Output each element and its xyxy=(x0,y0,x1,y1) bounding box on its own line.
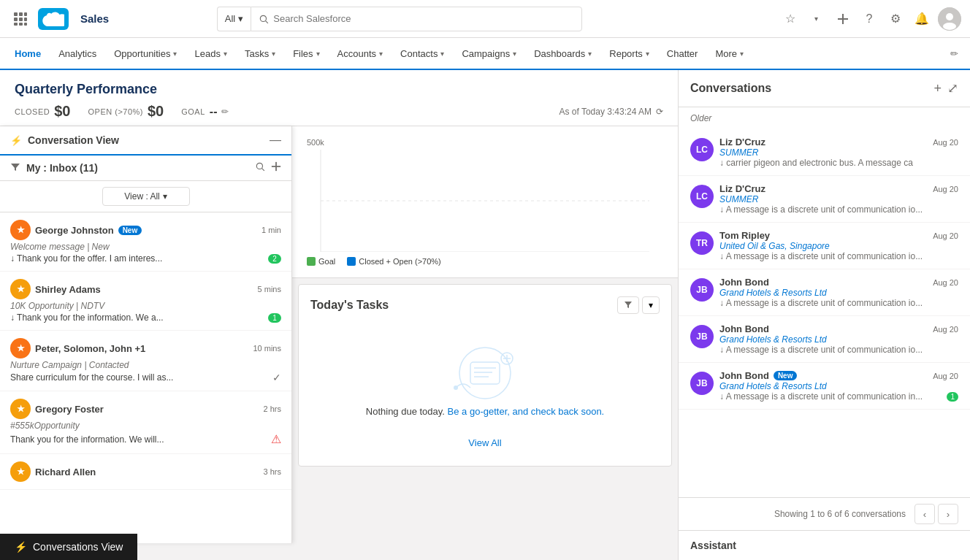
right-conv-prev-button[interactable]: ‹ xyxy=(914,504,935,524)
help-icon[interactable]: ? xyxy=(859,9,879,29)
nav-edit-button[interactable]: ✏ xyxy=(944,38,964,69)
refresh-icon[interactable]: ⟳ xyxy=(656,107,663,117)
right-conv-expand-button[interactable]: ⤢ xyxy=(947,80,958,96)
nav-contacts-label: Contacts xyxy=(400,48,438,59)
conv-count: 2 xyxy=(268,254,281,264)
conv-item[interactable]: ★ Shirley Adams 5 mins 10K Opportunity |… xyxy=(0,272,291,331)
svg-point-16 xyxy=(256,163,262,169)
nav-tasks-label: Tasks xyxy=(245,48,269,59)
svg-rect-8 xyxy=(24,23,27,26)
inbox-search-button[interactable] xyxy=(255,161,265,174)
settings-icon[interactable]: ⚙ xyxy=(885,9,906,29)
bottom-conversations-bar[interactable]: ⚡ Conversations View xyxy=(0,534,137,560)
notifications-icon[interactable]: 🔔 xyxy=(912,9,932,29)
view-selector: View : All ▾ xyxy=(0,181,291,212)
nav-item-accounts[interactable]: Accounts ▾ xyxy=(329,38,392,70)
conv-time: 2 hrs xyxy=(264,404,281,413)
right-conv-sub: Grand Hotels & Resorts Ltd xyxy=(719,334,958,345)
svg-point-15 xyxy=(943,23,956,30)
right-conv-item[interactable]: JB John Bond New Aug 20 Grand Hotels & R… xyxy=(679,363,970,410)
campaigns-chevron: ▾ xyxy=(513,50,516,58)
right-conv-item[interactable]: JB John Bond Aug 20 Grand Hotels & Resor… xyxy=(679,316,970,363)
nav-item-home[interactable]: Home xyxy=(6,38,50,70)
nav-item-more[interactable]: More ▾ xyxy=(706,38,752,70)
nav-item-leads[interactable]: Leads ▾ xyxy=(186,38,235,70)
right-conv-sub: Grand Hotels & Resorts Ltd xyxy=(719,381,958,391)
favorites-icon[interactable]: ☆ xyxy=(780,9,801,29)
nav-item-contacts[interactable]: Contacts ▾ xyxy=(392,38,453,70)
right-conv-date: Aug 20 xyxy=(933,185,958,193)
right-conv-avatar: JB xyxy=(690,325,714,348)
tasks-sort-button[interactable]: ▾ xyxy=(642,296,660,314)
right-conv-list: LC Liz D'Cruz Aug 20 SUMMER ↓ carrier pi… xyxy=(679,129,970,497)
conv-item[interactable]: ★ Peter, Solomon, John +1 10 mins Nurtur… xyxy=(0,331,291,391)
right-conv-footer: Showing 1 to 6 of 6 conversations ‹ › xyxy=(679,497,970,530)
goal-stat: GOAL -- ✏ xyxy=(181,105,229,118)
main-content: Quarterly Performance CLOSED $0 OPEN (>7… xyxy=(0,70,970,560)
tasks-view-all[interactable]: View All xyxy=(310,431,660,454)
right-conv-item[interactable]: LC Liz D'Cruz Aug 20 SUMMER ↓ carrier pi… xyxy=(679,129,970,176)
right-conv-avatar: JB xyxy=(690,372,714,395)
conv-panel-minimize[interactable]: — xyxy=(270,134,281,147)
tasks-title: Today's Tasks xyxy=(310,299,389,312)
goal-edit-icon[interactable]: ✏ xyxy=(221,107,229,117)
conv-preview-text: ↓ Thank you for the information. We a... xyxy=(10,312,164,323)
right-conv-add-button[interactable]: + xyxy=(933,80,942,96)
search-scope-dropdown[interactable]: All ▾ xyxy=(217,7,251,31)
nav-item-tasks[interactable]: Tasks ▾ xyxy=(236,38,284,70)
conv-time: 5 mins xyxy=(258,285,281,294)
nav-item-reports[interactable]: Reports ▾ xyxy=(600,38,658,70)
sender-avatar: ★ xyxy=(10,279,31,299)
nav-item-chatter[interactable]: Chatter xyxy=(658,38,707,70)
view-dropdown[interactable]: View : All ▾ xyxy=(102,187,190,206)
nav-dashboards-label: Dashboards xyxy=(534,48,585,59)
conv-subject: Welcome message | New xyxy=(10,242,281,252)
files-chevron: ▾ xyxy=(316,50,320,58)
right-conv-sub: SUMMER xyxy=(719,194,958,204)
search-input[interactable] xyxy=(273,13,456,24)
right-conv-preview: ↓ A message is a discrete unit of commun… xyxy=(719,391,958,402)
inbox-title: My : Inbox (11) xyxy=(26,162,255,174)
sender-avatar: ★ xyxy=(10,461,31,482)
conv-sender: ★ George Johnston New xyxy=(10,220,142,240)
sender-name: George Johnston xyxy=(35,225,114,236)
right-conv-item[interactable]: JB John Bond Aug 20 Grand Hotels & Resor… xyxy=(679,269,970,316)
user-avatar[interactable] xyxy=(938,7,961,31)
right-conv-top: Tom Ripley Aug 20 xyxy=(719,230,958,241)
right-conv-item[interactable]: LC Liz D'Cruz Aug 20 SUMMER ↓ A message … xyxy=(679,176,970,223)
conv-item[interactable]: ★ Gregory Foster 2 hrs #555kOpportunity … xyxy=(0,391,291,454)
right-conv-preview: ↓ A message is a discrete unit of commun… xyxy=(719,204,958,215)
right-conv-preview: ↓ A message is a discrete unit of commun… xyxy=(719,251,958,261)
nav-item-opportunities[interactable]: Opportunities ▾ xyxy=(105,38,186,70)
tasks-filter-button[interactable] xyxy=(617,296,639,314)
right-conv-row: JB John Bond Aug 20 Grand Hotels & Resor… xyxy=(690,323,958,355)
nav-item-analytics[interactable]: Analytics xyxy=(50,38,105,70)
search-scope-chevron: ▾ xyxy=(238,13,243,24)
conv-item[interactable]: ★ George Johnston New 1 min Welcome mess… xyxy=(0,212,291,272)
favorites-chevron[interactable]: ▾ xyxy=(806,9,827,29)
inbox-add-button[interactable] xyxy=(271,161,281,174)
sender-avatar: ★ xyxy=(10,220,31,240)
right-conv-sub: Grand Hotels & Resorts Ltd xyxy=(719,288,958,298)
right-conv-item-inner: John Bond Aug 20 Grand Hotels & Resorts … xyxy=(719,277,958,308)
right-conv-item[interactable]: TR Tom Ripley Aug 20 United Oil & Gas, S… xyxy=(679,223,970,269)
right-conv-next-button[interactable]: › xyxy=(938,504,958,524)
search-scope-label: All xyxy=(225,13,235,24)
conv-item[interactable]: ★ Richard Allen 3 hrs xyxy=(0,454,291,490)
view-chevron: ▾ xyxy=(163,191,167,202)
goal-value: -- xyxy=(210,105,218,118)
right-conv-sender: John Bond xyxy=(719,277,769,288)
right-conv-row: LC Liz D'Cruz Aug 20 SUMMER ↓ carrier pi… xyxy=(690,137,958,168)
nav-home-label: Home xyxy=(15,48,41,59)
app-launcher-button[interactable] xyxy=(9,7,32,31)
search-container: All ▾ xyxy=(217,7,582,31)
nav-item-campaigns[interactable]: Campaigns ▾ xyxy=(453,38,525,70)
conv-time: 1 min xyxy=(261,226,281,234)
svg-point-26 xyxy=(459,348,511,399)
nav-item-files[interactable]: Files ▾ xyxy=(284,38,328,70)
tasks-illustration xyxy=(441,340,529,406)
tasks-cta-link[interactable]: Be a go-getter, and check back soon. xyxy=(448,406,605,417)
contacts-chevron: ▾ xyxy=(440,50,444,58)
nav-item-dashboards[interactable]: Dashboards ▾ xyxy=(525,38,600,70)
add-icon[interactable] xyxy=(833,9,853,29)
